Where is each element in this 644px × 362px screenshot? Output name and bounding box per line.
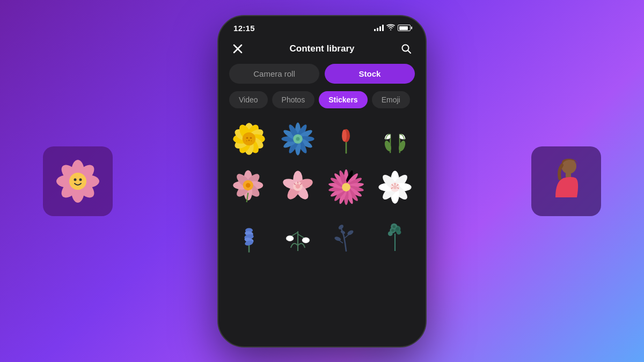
svg-point-10 [79,178,82,181]
svg-point-132 [392,225,395,228]
signal-icon [374,25,384,31]
svg-point-30 [248,139,250,141]
sticker-blue-star-flower[interactable] [276,117,320,161]
svg-line-118 [298,234,304,238]
battery-icon [398,25,411,31]
sticker-pink-daisy[interactable] [324,165,369,210]
svg-point-31 [246,140,247,141]
svg-point-49 [342,129,347,142]
svg-line-116 [291,232,297,236]
svg-point-8 [69,173,86,190]
tab-camera-roll[interactable]: Camera roll [229,64,319,84]
svg-point-119 [302,237,310,243]
svg-point-117 [286,235,294,241]
svg-point-27 [243,132,256,146]
bg-card-left [43,146,113,216]
main-tab-bar: Camera roll Stock [218,64,426,91]
tab-photos[interactable]: Photos [272,91,315,108]
sticker-blue-spike[interactable] [227,214,272,258]
sticker-yellow-flower[interactable] [227,117,272,161]
svg-point-103 [393,186,397,189]
svg-point-32 [251,140,252,141]
svg-point-63 [246,183,251,188]
tab-stock[interactable]: Stock [325,64,415,84]
sticker-snowdrop[interactable] [373,117,418,161]
phone-frame: 12:15 [217,15,427,348]
svg-point-28 [246,137,248,139]
status-icons [374,24,411,32]
svg-point-129 [388,231,393,236]
sticker-teal-plant[interactable] [373,214,418,258]
sticker-grid [218,117,426,346]
content-library-header: Content library [218,36,426,64]
sticker-dark-branch[interactable] [324,214,369,258]
svg-point-29 [250,137,252,139]
svg-point-128 [396,230,401,234]
tab-stickers[interactable]: Stickers [319,91,367,108]
tab-video[interactable]: Video [229,91,268,108]
bg-card-right [531,146,601,216]
status-time: 12:15 [233,24,255,33]
svg-point-131 [396,227,399,231]
sticker-white-flower[interactable] [373,165,418,210]
page-title: Content library [290,43,355,54]
wifi-icon [386,24,395,32]
svg-point-130 [391,229,394,232]
sticker-pink-blossom[interactable] [276,165,320,210]
svg-point-53 [397,139,406,152]
sticker-snowdrop2[interactable] [276,214,320,258]
person-illustration-right [545,154,588,208]
svg-point-93 [342,183,350,191]
svg-point-52 [383,139,392,152]
status-bar: 12:15 [218,16,426,36]
svg-line-14 [408,50,411,53]
sticker-pink-wildflower[interactable] [227,165,272,210]
flower-illustration-left [54,157,102,205]
svg-point-71 [295,184,300,189]
close-button[interactable] [229,40,246,57]
search-button[interactable] [398,40,415,57]
tab-emoji[interactable]: Emoji [372,91,410,108]
sticker-red-tulip[interactable] [324,117,369,161]
svg-point-9 [74,178,77,181]
sub-tab-bar: Video Photos Stickers Emoji [218,91,426,117]
svg-point-46 [296,137,299,141]
